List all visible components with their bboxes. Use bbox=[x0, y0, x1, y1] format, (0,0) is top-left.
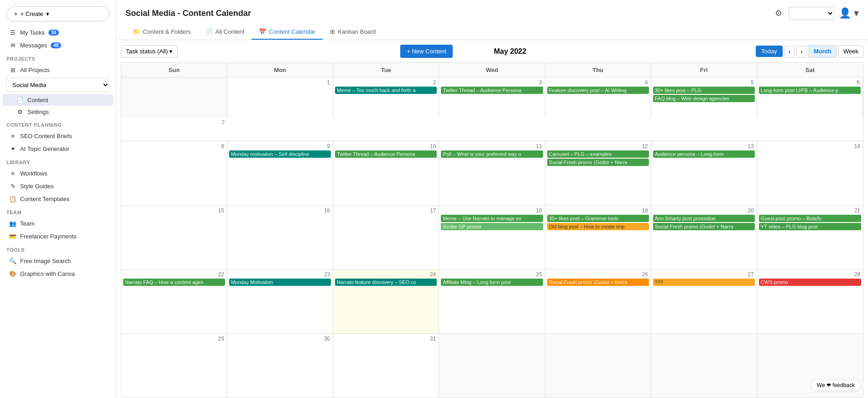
calendar-event-2-4-0[interactable]: 30+ likes post – Grammar tools bbox=[547, 215, 649, 222]
calendar-event-2-5-1[interactable]: Social Fresh promo (Godot + Narra bbox=[653, 223, 755, 230]
cal-day-1-0[interactable]: 8 bbox=[121, 141, 227, 205]
day-header-sat: Sat bbox=[757, 63, 863, 77]
cal-day-2-4[interactable]: 1930+ likes post – Grammar toolsOld blog… bbox=[545, 206, 651, 269]
calendar-event-3-3-0[interactable]: Affiliate Mktg – Long form post bbox=[441, 279, 543, 286]
today-button[interactable]: Today bbox=[756, 46, 783, 57]
settings-gear-button[interactable]: ⚙ bbox=[773, 6, 784, 20]
month-view-button[interactable]: Month bbox=[809, 45, 837, 57]
sidebar-item-content-templates[interactable]: 📋 Content Templates bbox=[3, 192, 113, 205]
cal-day-3-3[interactable]: 25Affiliate Mktg – Long form post bbox=[439, 269, 545, 333]
cal-day-2-5[interactable]: 20Ann Smarty post promotionSocial Fresh … bbox=[651, 206, 757, 269]
prev-month-button[interactable]: ‹ bbox=[784, 46, 795, 57]
calendar-event-3-5-0[interactable]: ??? bbox=[653, 279, 755, 286]
calendar-event-1-1-0[interactable]: Monday motivation – Self discipline bbox=[229, 150, 331, 158]
cal-day-0-2[interactable]: 2Meme – Too much back and forth a bbox=[333, 78, 439, 118]
cal-day-3-5[interactable]: 27??? bbox=[651, 269, 757, 333]
calendar-event-1-3-0[interactable]: Poll – What is your preferred way o bbox=[441, 150, 543, 158]
calendar-event-2-3-1[interactable]: Scribe GP promo bbox=[441, 223, 543, 230]
calendar-event-3-0-0[interactable]: Narrato FAQ – How a content agen bbox=[123, 279, 225, 286]
project-select[interactable]: Social Media bbox=[6, 78, 110, 92]
calendar-event-2-3-0[interactable]: Meme – Use Narrato to manage yo bbox=[441, 215, 543, 222]
create-button[interactable]: + + Create ▾ bbox=[6, 6, 110, 21]
avatar-button[interactable]: 👤 ▾ bbox=[839, 7, 859, 19]
cal-day-0-1[interactable]: 1 bbox=[227, 78, 333, 118]
calendar-event-2-6-1[interactable]: YT video – PLG blog post bbox=[759, 223, 861, 230]
sidebar-item-my-tasks[interactable]: ☰ My Tasks 34 bbox=[3, 26, 113, 39]
cal-day-1-4[interactable]: 12Carousel – PLG – examplesSocial Fresh … bbox=[545, 141, 651, 205]
tab-kanban-board[interactable]: ⊞ Kanban Board bbox=[323, 25, 383, 40]
cal-day-0-0[interactable] bbox=[121, 78, 227, 118]
header-dropdown[interactable] bbox=[789, 7, 834, 20]
feedback-button[interactable]: We ❤ feedback bbox=[811, 380, 861, 391]
cal-day-0-7[interactable]: 7 bbox=[121, 118, 227, 141]
sidebar-item-graphics-canva[interactable]: 🎨 Graphics with Canva bbox=[3, 267, 113, 280]
cal-day-1-1[interactable]: 9Monday motivation – Self discipline bbox=[227, 141, 333, 205]
calendar-event-3-6-0[interactable]: CWS promo bbox=[759, 279, 861, 286]
calendar-event-2-5-0[interactable]: Ann Smarty post promotion bbox=[653, 215, 755, 222]
next-month-button[interactable]: › bbox=[796, 46, 807, 57]
cal-day-2-6[interactable]: 21Guest-post promo – BotsifyYT video – P… bbox=[757, 206, 863, 269]
cal-day-3-2[interactable]: 24Narrato feature discovery – SEO co bbox=[333, 269, 439, 333]
cal-day-3-0[interactable]: 22Narrato FAQ – How a content agen bbox=[121, 269, 227, 333]
calendar-event-0-3-0[interactable]: Twitter Thread – Audience Persona bbox=[441, 87, 543, 94]
cal-day-1-3[interactable]: 11Poll – What is your preferred way o bbox=[439, 141, 545, 205]
cal-day-3-6[interactable]: 28CWS promo bbox=[757, 269, 863, 333]
calendar-event-0-4-0[interactable]: Feature discovery post – AI Writing bbox=[547, 87, 649, 94]
sidebar-item-settings[interactable]: ⚙ Settings bbox=[3, 106, 113, 118]
cal-day-4-2[interactable]: 31 bbox=[333, 334, 439, 398]
cal-day-3-1[interactable]: 23Monday Motivation bbox=[227, 269, 333, 333]
cal-day-0-5[interactable]: 530+ likes post – PLGFAQ blog – Web desi… bbox=[651, 78, 757, 118]
task-status-button[interactable]: Task status (All) ▾ bbox=[121, 45, 178, 57]
sidebar-item-all-projects[interactable]: ⊞ All Projects bbox=[3, 63, 113, 76]
cal-day-4-3[interactable] bbox=[439, 334, 545, 398]
cal-day-2-2[interactable]: 17 bbox=[333, 206, 439, 269]
new-content-button[interactable]: + New Content bbox=[400, 45, 452, 58]
cal-day-0-3[interactable]: 3Twitter Thread – Audience Persona bbox=[439, 78, 545, 118]
sidebar-item-free-image-search[interactable]: 🔍 Free Image Search bbox=[3, 254, 113, 267]
cal-day-4-0[interactable]: 29 bbox=[121, 334, 227, 398]
sidebar-item-ai-topic[interactable]: ✦ AI Topic Generator bbox=[3, 142, 113, 155]
cal-day-1-2[interactable]: 10Twitter Thread – Audience Persona bbox=[333, 141, 439, 205]
calendar-event-1-2-0[interactable]: Twitter Thread – Audience Persona bbox=[335, 150, 437, 158]
day-number: 16 bbox=[229, 207, 331, 214]
sidebar-item-team[interactable]: 👥 Team bbox=[3, 217, 113, 230]
calendar-event-1-4-0[interactable]: Carousel – PLG – examples bbox=[547, 150, 649, 158]
cal-day-2-1[interactable]: 16 bbox=[227, 206, 333, 269]
calendar-event-1-5-0[interactable]: Audience persona – Long-form bbox=[653, 150, 755, 158]
tab-all-content[interactable]: 📄 All Content bbox=[198, 25, 252, 40]
calendar-event-2-4-1[interactable]: Old blog post – How to create imp bbox=[547, 223, 649, 230]
day-number: 5 bbox=[653, 79, 755, 86]
cal-day-4-4[interactable] bbox=[545, 334, 651, 398]
cal-day-0-4[interactable]: 4Feature discovery post – AI Writing bbox=[545, 78, 651, 118]
tab-content-calendar[interactable]: 📅 Content Calendar bbox=[251, 25, 323, 40]
sidebar-item-style-guides[interactable]: ✎ Style Guides bbox=[3, 180, 113, 192]
sidebar-item-workflows[interactable]: ≡ Workflows bbox=[3, 167, 113, 180]
calendar-event-0-2-0[interactable]: Meme – Too much back and forth a bbox=[335, 87, 437, 94]
sidebar-item-content[interactable]: 📄 Content bbox=[3, 94, 113, 106]
calendar-event-2-6-0[interactable]: Guest-post promo – Botsify bbox=[759, 215, 861, 222]
cal-day-3-4[interactable]: 26Social Fresh promo (Godot + Narra bbox=[545, 269, 651, 333]
sidebar-item-messages[interactable]: ✉ Messages 48 bbox=[3, 39, 113, 52]
calendar-event-3-4-0[interactable]: Social Fresh promo (Godot + Narra bbox=[547, 279, 649, 286]
calendar-event-3-2-0[interactable]: Narrato feature discovery – SEO co bbox=[335, 279, 437, 286]
day-number: 22 bbox=[123, 271, 225, 278]
day-number: 3 bbox=[441, 79, 543, 86]
cal-day-2-0[interactable]: 15 bbox=[121, 206, 227, 269]
calendar-event-0-6-0[interactable]: Long-form post LI/FB – Audience p bbox=[759, 87, 861, 94]
cal-day-1-6[interactable]: 14 bbox=[757, 141, 863, 205]
cal-day-4-5[interactable] bbox=[651, 334, 757, 398]
cal-day-1-5[interactable]: 13Audience persona – Long-form bbox=[651, 141, 757, 205]
cal-day-0-6[interactable]: 6Long-form post LI/FB – Audience p bbox=[757, 78, 863, 118]
sidebar-item-freelancer-payments[interactable]: 💳 Freelancer Payments bbox=[3, 230, 113, 243]
tab-content-folders[interactable]: 📁 Content & Folders bbox=[125, 25, 198, 40]
cal-day-2-3[interactable]: 18Meme – Use Narrato to manage yoScribe … bbox=[439, 206, 545, 269]
calendar-event-0-5-1[interactable]: FAQ blog – Web design agencies bbox=[653, 95, 755, 102]
calendar-event-0-5-0[interactable]: 30+ likes post – PLG bbox=[653, 87, 755, 94]
week-view-button[interactable]: Week bbox=[838, 45, 863, 57]
sidebar-item-seo-briefs[interactable]: ≡ SEO Content Briefs bbox=[3, 129, 113, 142]
week-row-4: 293031 bbox=[121, 334, 863, 398]
day-number: 30 bbox=[229, 336, 331, 342]
calendar-event-1-4-1[interactable]: Social Fresh promo (Godot + Narra bbox=[547, 159, 649, 166]
cal-day-4-1[interactable]: 30 bbox=[227, 334, 333, 398]
calendar-event-3-1-0[interactable]: Monday Motivation bbox=[229, 279, 331, 286]
